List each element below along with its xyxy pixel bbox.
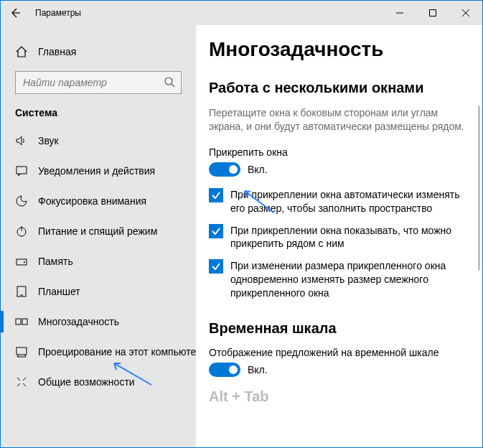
search-icon <box>164 76 175 90</box>
section-description: Перетащите окна к боковым сторонам или у… <box>209 106 469 134</box>
svg-rect-7 <box>17 167 27 174</box>
page-title: Многозадачность <box>209 38 469 61</box>
svg-line-19 <box>17 383 20 386</box>
check-icon <box>211 261 221 271</box>
minimize-icon <box>395 9 404 17</box>
section-heading-alttab: Alt + Tab <box>209 388 469 405</box>
nav-label: Память <box>38 256 73 267</box>
content-pane: Многозадачность Работа с несколькими окн… <box>196 25 482 447</box>
snap-windows-label: Прикрепить окна <box>209 146 469 158</box>
title-bar: Параметры <box>1 1 482 25</box>
window-title: Параметры <box>35 8 81 18</box>
checkbox-label: При прикреплении окна автоматически изме… <box>230 188 469 215</box>
nav-label: Проецирование на этот компьютер <box>38 346 202 358</box>
projecting-icon <box>15 345 28 358</box>
close-button[interactable] <box>449 1 482 25</box>
sidebar-item-tablet[interactable]: Планшет <box>1 276 196 307</box>
notifications-icon <box>15 164 28 177</box>
sidebar-item-storage[interactable]: Память <box>1 246 196 276</box>
svg-rect-15 <box>22 319 27 325</box>
sidebar-item-projecting[interactable]: Проецирование на этот компьютер <box>1 337 196 367</box>
tablet-icon <box>15 285 28 298</box>
nav-label: Планшет <box>38 286 80 297</box>
nav-label: Звук <box>38 135 59 146</box>
timeline-toggle[interactable]: Вкл. <box>209 363 469 377</box>
scrollbar[interactable] <box>478 106 480 271</box>
checkbox-show-next[interactable] <box>209 224 223 238</box>
minimize-button[interactable] <box>383 1 416 25</box>
toggle-track <box>209 162 240 177</box>
timeline-suggestions-label: Отображение предложений на временной шка… <box>209 347 469 358</box>
svg-line-18 <box>23 378 26 381</box>
sidebar-item-multitasking[interactable]: Многозадачность <box>1 307 196 337</box>
storage-icon <box>15 255 28 268</box>
check-icon <box>211 190 221 200</box>
section-heading-snap: Работа с несколькими окнами <box>209 80 469 96</box>
check-icon <box>211 226 221 236</box>
nav-label: Общие возможности <box>38 376 135 388</box>
svg-rect-14 <box>16 319 21 325</box>
close-icon <box>461 9 470 17</box>
toggle-track <box>209 363 240 377</box>
toggle-state-label: Вкл. <box>248 364 268 375</box>
checkbox-resize-adjacent[interactable] <box>209 259 223 274</box>
sidebar-home[interactable]: Главная <box>1 41 196 71</box>
svg-point-5 <box>165 78 172 85</box>
toggle-state-label: Вкл. <box>248 164 268 175</box>
nav-label: Питание и спящий режим <box>38 225 157 237</box>
multitasking-icon <box>15 315 28 328</box>
section-heading-timeline: Временная шкала <box>209 320 469 337</box>
sidebar-category: Система <box>1 106 196 126</box>
nav-label: Уведомления и действия <box>38 165 155 177</box>
shared-icon <box>15 375 28 388</box>
sidebar: Главная Система Звук Уведомления и дейст… <box>1 25 196 447</box>
nav-label: Фокусировка внимания <box>38 195 146 207</box>
search-box[interactable] <box>15 71 182 94</box>
sidebar-item-shared[interactable]: Общие возможности <box>1 367 196 397</box>
focus-icon <box>15 195 28 207</box>
svg-point-11 <box>24 261 25 263</box>
back-button[interactable] <box>8 6 22 20</box>
arrow-left-icon <box>9 7 21 19</box>
svg-line-6 <box>172 84 174 87</box>
home-label: Главная <box>38 46 76 57</box>
sidebar-item-sound[interactable]: Звук <box>1 126 196 156</box>
search-input[interactable] <box>22 76 164 89</box>
maximize-icon <box>428 9 437 17</box>
checkbox-auto-resize[interactable] <box>209 188 223 202</box>
maximize-button[interactable] <box>416 1 449 25</box>
checkbox-label: При прикреплении окна показывать, что мо… <box>230 224 469 251</box>
home-icon <box>15 45 28 58</box>
snap-windows-toggle[interactable]: Вкл. <box>209 162 469 177</box>
sidebar-item-power[interactable]: Питание и спящий режим <box>1 216 196 246</box>
checkbox-label: При изменении размера прикрепленного окн… <box>230 259 469 300</box>
power-icon <box>15 225 28 238</box>
sidebar-item-notifications[interactable]: Уведомления и действия <box>1 156 196 186</box>
svg-line-17 <box>17 378 20 381</box>
svg-rect-2 <box>430 10 436 17</box>
svg-line-20 <box>23 383 26 386</box>
sound-icon <box>15 134 28 147</box>
nav-label: Многозадачность <box>38 316 119 327</box>
sidebar-item-focus[interactable]: Фокусировка внимания <box>1 186 196 216</box>
svg-rect-16 <box>17 347 27 355</box>
